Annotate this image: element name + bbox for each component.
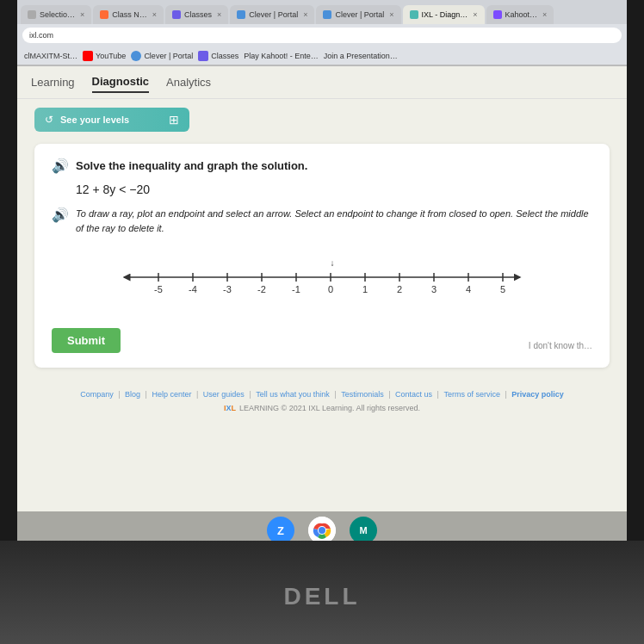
bookmark-label: Clever | Portal (144, 52, 193, 60)
browser-chrome: Selectio… × Class N… × Classes × Clever … (17, 0, 627, 66)
footer-company-link[interactable]: Company (80, 390, 114, 399)
ixl-content: ↺ See your levels ⊞ 🔊 Solve the inequali… (17, 99, 627, 376)
address-bar[interactable]: ixl.com (22, 28, 622, 43)
tab-label: Class N… (112, 10, 147, 19)
svg-text:-3: -3 (223, 284, 232, 294)
question-title-text: Solve the inequality and graph the solut… (76, 159, 307, 172)
footer-terms-link[interactable]: Terms of service (443, 390, 500, 399)
svg-text:-1: -1 (292, 284, 300, 294)
tab-close-icon[interactable]: × (80, 10, 84, 19)
sound-icon[interactable]: 🔊 (52, 158, 69, 174)
footer-testimonials-link[interactable]: Testimonials (341, 390, 384, 399)
footer-privacy-link[interactable]: Privacy policy (511, 390, 564, 399)
ixl-footer: Company | Blog | Help center | User guid… (17, 376, 627, 426)
footer-copyright-text: LEARNING © 2021 IXL Learning. All rights… (239, 404, 420, 412)
svg-text:1: 1 (362, 284, 368, 294)
ixl-nav: Learning Diagnostic Analytics (17, 66, 627, 99)
question-card: 🔊 Solve the inequality and graph the sol… (34, 144, 610, 368)
bookmark-kahoot[interactable]: Play Kahoot! - Ente… (244, 52, 319, 60)
clever-icon (131, 51, 141, 61)
bookmarks-bar: clMAXITM-St… YouTube Clever | Portal Cla… (17, 46, 627, 65)
instruction-row: 🔊 To draw a ray, plot an endpoint and se… (52, 207, 592, 235)
submit-button[interactable]: Submit (52, 328, 121, 353)
instruction-sound-icon[interactable]: 🔊 (52, 207, 69, 223)
ixl-app: Learning Diagnostic Analytics ↺ See your… (17, 66, 627, 549)
dont-know-text[interactable]: I don't know th… (52, 341, 592, 354)
tab-clever1[interactable]: Clever | Portal × (230, 5, 314, 24)
levels-grid-icon: ⊞ (169, 113, 179, 127)
screen: Selectio… × Class N… × Classes × Clever … (17, 0, 627, 549)
bookmark-label: clMAXITM-St… (24, 52, 77, 60)
tab-close-icon[interactable]: × (473, 10, 477, 19)
nav-diagnostic-label: Diagnostic (92, 75, 149, 88)
instruction-text: To draw a ray, plot an endpoint and sele… (76, 207, 592, 235)
bookmark-label: YouTube (96, 52, 126, 60)
footer-sep: | (505, 390, 509, 399)
tab-close-icon[interactable]: × (217, 10, 221, 19)
number-line-container[interactable]: -5 -4 -3 -2 -1 0 1 2 3 4 5 ↓ (52, 247, 592, 311)
footer-help-link[interactable]: Help center (152, 390, 191, 399)
bookmark-clmaxit[interactable]: clMAXITM-St… (24, 52, 77, 60)
tab-favicon (100, 10, 108, 19)
svg-point-26 (319, 527, 325, 534)
tab-favicon (323, 10, 331, 19)
tab-ixl[interactable]: IXL - Diagn… × (403, 5, 485, 24)
levels-bar[interactable]: ↺ See your levels ⊞ (34, 108, 189, 132)
address-bar-row: ixl.com (17, 24, 627, 46)
math-expression: 12 + 8y < −20 (76, 183, 592, 196)
bookmark-clever1[interactable]: Clever | Portal (131, 51, 193, 61)
tab-label: Classes (184, 10, 212, 19)
footer-contact-link[interactable]: Contact us (395, 390, 432, 399)
laptop-bezel: DELL (0, 541, 644, 644)
svg-text:5: 5 (500, 284, 505, 294)
tab-close-icon[interactable]: × (542, 10, 547, 19)
footer-sep: | (196, 390, 201, 399)
tab-close-icon[interactable]: × (303, 10, 307, 19)
nav-analytics[interactable]: Analytics (166, 72, 211, 92)
nav-diagnostic[interactable]: Diagnostic (92, 71, 149, 93)
tab-favicon (410, 10, 418, 19)
footer-feedback-link[interactable]: Tell us what you think (256, 390, 330, 399)
classes-icon (198, 51, 208, 61)
footer-sep: | (334, 390, 338, 399)
youtube-icon (83, 51, 93, 61)
tab-label: Clever | Portal (335, 10, 384, 19)
svg-text:0: 0 (328, 284, 333, 294)
tab-close-icon[interactable]: × (389, 10, 393, 19)
tab-kahoot[interactable]: Kahoot… × (486, 5, 554, 24)
footer-blog-link[interactable]: Blog (125, 390, 140, 399)
tab-favicon (172, 10, 181, 19)
tab-label: Clever | Portal (249, 10, 298, 19)
tab-label: IXL - Diagn… (422, 10, 468, 19)
nav-learning-label: Learning (31, 76, 75, 89)
footer-sep: | (388, 390, 393, 399)
bookmark-label: Play Kahoot! - Ente… (244, 52, 319, 60)
levels-icon: ↺ (45, 114, 53, 126)
tab-selectio[interactable]: Selectio… × (21, 5, 91, 24)
number-line-svg[interactable]: -5 -4 -3 -2 -1 0 1 2 3 4 5 ↓ (52, 256, 592, 299)
tab-close-icon[interactable]: × (152, 10, 157, 19)
tab-classn[interactable]: Class N… × (93, 5, 164, 24)
footer-sep: | (437, 390, 442, 399)
footer-guides-link[interactable]: User guides (203, 390, 245, 399)
tab-label: Selectio… (40, 10, 75, 19)
svg-text:↓: ↓ (331, 258, 335, 268)
tab-bar: Selectio… × Class N… × Classes × Clever … (17, 0, 627, 24)
tab-favicon (28, 10, 36, 19)
address-text: ixl.com (29, 31, 53, 40)
tab-classes[interactable]: Classes × (165, 5, 228, 24)
svg-text:2: 2 (397, 284, 402, 294)
footer-sep: | (249, 390, 253, 399)
dell-logo: DELL (283, 583, 360, 610)
bookmark-classes[interactable]: Classes (198, 51, 238, 61)
tab-favicon (237, 10, 245, 19)
question-title-row: 🔊 Solve the inequality and graph the sol… (52, 158, 592, 174)
bookmark-youtube[interactable]: YouTube (83, 51, 126, 61)
svg-text:-5: -5 (154, 284, 163, 294)
nav-analytics-label: Analytics (166, 76, 211, 89)
nav-learning[interactable]: Learning (31, 72, 75, 92)
bookmark-join[interactable]: Join a Presentation… (324, 52, 398, 60)
tab-favicon (493, 10, 502, 19)
bookmark-label: Classes (211, 52, 238, 60)
tab-clever2[interactable]: Clever | Portal × (316, 5, 400, 24)
